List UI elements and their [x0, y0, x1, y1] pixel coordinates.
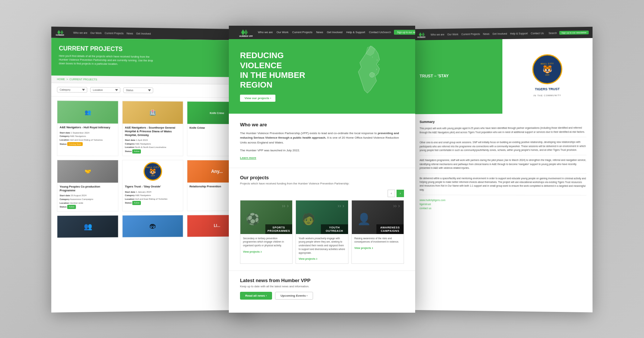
year-small: 1904 — [146, 174, 159, 177]
main-nav-work[interactable]: Our Work — [277, 31, 288, 34]
main-search-label[interactable]: Search — [383, 31, 391, 34]
bottom-images-row: 👥 🏟 LI... — [51, 215, 253, 238]
filter-bar: Category Location Status — [51, 83, 253, 98]
proj-card-sports[interactable]: ›› › ⚽ SPORTS PROGRAMMES Secondary or te… — [240, 200, 293, 264]
proj-card-img-awareness: ›› › 👤 AWARENESS CAMPAIGNS — [352, 200, 404, 234]
main-nav-involved[interactable]: Get Involved — [327, 31, 342, 34]
nav-our-work[interactable]: Our Work — [90, 31, 101, 34]
main-logo-area: HUMBER VPP — [234, 26, 258, 39]
proj-card-youth[interactable]: ›› › 🧑 YOUTH OUTREACH Youth workers proa… — [296, 200, 348, 264]
card-title-1: A&E Navigators - Hull Royal Infirmary — [60, 126, 116, 129]
svg-text:HUMBER: HUMBER — [417, 37, 426, 38]
hero-text-main: REDUCING VIOLENCE IN THE HUMBER REGION V… — [240, 51, 322, 102]
location-filter[interactable]: Location — [90, 87, 120, 93]
main-nav-who[interactable]: Who we are — [258, 31, 273, 34]
knife-crime-label: Knife Crime — [210, 111, 224, 114]
view-projects-btn[interactable]: View our projects › — [240, 95, 275, 102]
right-search-label[interactable]: Search — [549, 32, 557, 34]
tigers-trust-label: TIGERS TRUST IN THE COMMUNITY — [533, 87, 561, 98]
nav-news[interactable]: News — [127, 32, 133, 35]
proj-card-img-sports: ›› › ⚽ SPORTS PROGRAMMES — [240, 200, 292, 234]
nav-current-projects[interactable]: Current Projects — [105, 32, 124, 35]
right-divider-2 — [420, 155, 587, 156]
svg-text:›: › — [372, 55, 373, 59]
founded-year: 1904 — [541, 74, 554, 76]
link-contact[interactable]: contact us — [420, 206, 587, 211]
card-img-2: 🏥 — [123, 101, 183, 124]
project-card-2[interactable]: 🏥 A&E Navigators - Scunthorpe General Ho… — [122, 101, 183, 156]
status-badge-5: Active — [132, 201, 141, 205]
any-label: Any... — [211, 169, 222, 174]
card-meta-5: Start date 1 January 2024 Category A&E N… — [125, 190, 180, 205]
crowd-icon-1: 👥 — [84, 222, 92, 231]
breadcrumb-home[interactable]: HOME — [57, 78, 65, 80]
right-hero: TRUST – 'STAY HULL CITY 🐯 1904 TIGERS TR… — [414, 38, 593, 114]
bottom-img-1: 👥 — [57, 215, 118, 237]
green-arrows-youth: ›› › — [338, 202, 344, 209]
breadcrumb-separator: > — [66, 78, 68, 80]
right-nav-projects[interactable]: Current Projects — [461, 32, 480, 35]
right-divider-4 — [420, 195, 587, 196]
main-nav: HUMBER VPP Who we are Our Work Current P… — [229, 26, 415, 39]
main-nav-projects[interactable]: Current Projects — [292, 31, 312, 34]
youth-description: Youth workers proactively engage with yo… — [299, 237, 345, 255]
status-filter[interactable]: Status — [123, 87, 153, 93]
right-links: www.hullcitytigers.com tigerstrust conta… — [420, 198, 587, 211]
upcoming-events-btn[interactable]: Upcoming Events › — [275, 292, 313, 300]
latest-news-section: Latest news from Humber VPP Keep up to d… — [229, 271, 415, 306]
link-hull-city[interactable]: www.hullcitytigers.com — [420, 198, 587, 202]
bottom-card-1[interactable]: 👥 — [57, 215, 119, 238]
tigers-trust-logo: HULL CITY 🐯 1904 TIGERS TRUST IN THE COM… — [525, 53, 570, 99]
main-nav-news[interactable]: News — [316, 31, 323, 34]
card-meta-4: Start date 20 August 2024 Category Aware… — [60, 194, 116, 209]
read-all-news-btn[interactable]: Read all news › — [240, 292, 272, 300]
right-nav-help[interactable]: Help & Support — [510, 32, 528, 35]
our-projects-title: Our projects — [240, 175, 404, 180]
tiger-icon-small: 🐯 — [146, 168, 159, 174]
bottom-card-2[interactable]: 🏟 — [122, 215, 183, 238]
card-body-4: Young Peoples Co-production Programme St… — [57, 183, 118, 211]
category-filter[interactable]: Category — [57, 87, 87, 93]
nav-who-we-are[interactable]: Who we are — [73, 31, 88, 34]
prev-arrow[interactable]: ‹ — [388, 190, 395, 197]
newsletter-button[interactable]: Sign up to our newsletter — [394, 30, 415, 35]
project-card-5[interactable]: HULL CITY 🐯 1904 Tigers Trust - 'Stay On… — [122, 160, 183, 211]
right-nav-contact[interactable]: Contact Us — [531, 32, 544, 34]
main-nav-links: Who we are Our Work Current Projects New… — [258, 31, 383, 34]
sports-view-link[interactable]: View projects — [243, 250, 290, 254]
hospital-icon: 🏥 — [149, 110, 156, 116]
next-arrow[interactable]: › — [397, 190, 404, 197]
tigers-trust-name: TIGERS TRUST — [533, 87, 561, 91]
svg-text:HUMBER VPP: HUMBER VPP — [239, 35, 253, 37]
right-newsletter-btn[interactable]: Sign up to our newsletter — [559, 31, 588, 35]
arrow-deco-3: ›› › — [393, 203, 400, 209]
learn-more-link[interactable]: Learn more — [240, 156, 404, 159]
project-card-1[interactable]: 👥 A&E Navigators - Hull Royal Infirmary … — [57, 100, 119, 156]
status-badge-1: Coming Soon — [67, 142, 83, 146]
nav-links-left[interactable]: Who we are Our Work Current Projects New… — [73, 31, 151, 35]
main-nav-right: Search Sign up to our newsletter — [383, 30, 415, 35]
page-main: HUMBER VPP Who we are Our Work Current P… — [229, 26, 415, 313]
right-nav-involved[interactable]: Get Involved — [492, 32, 507, 35]
person-sports: ⚽ — [240, 200, 265, 234]
right-nav-news[interactable]: News — [483, 32, 489, 35]
hull-city-text-small: HULL CITY — [146, 166, 159, 168]
right-hero-text: TRUST – 'STAY — [414, 39, 502, 114]
awareness-view-link[interactable]: View projects — [354, 246, 401, 250]
right-hero-img: HULL CITY 🐯 1904 TIGERS TRUST IN THE COM… — [502, 38, 593, 114]
youth-view-link[interactable]: View projects — [299, 257, 345, 261]
sports-label: SPORTS PROGRAMMES — [265, 224, 293, 234]
right-nav-work[interactable]: Our Work — [447, 33, 458, 35]
nav-get-involved[interactable]: Get Involved — [136, 32, 151, 35]
right-hero-title: TRUST – 'STAY — [420, 73, 496, 79]
card-meta-1: Start date 1 September 2024 Category A&E… — [60, 131, 116, 146]
sports-description: Secondary or tertiary prevention program… — [243, 237, 290, 247]
right-divider-3 — [420, 173, 587, 173]
main-nav-help[interactable]: Help & Support — [346, 31, 365, 34]
proj-card-awareness[interactable]: ›› › 👤 AWARENESS CAMPAIGNS Raising aware… — [351, 200, 404, 264]
project-card-4[interactable]: 🤝 Young Peoples Co-production Programme … — [57, 160, 119, 212]
card-body-5: Tigers Trust - 'Stay Onside' Start date … — [123, 183, 183, 208]
page-current-projects: HUMBER Who we are Our Work Current Proje… — [51, 26, 253, 312]
main-nav-contact[interactable]: Contact Us — [369, 31, 383, 34]
right-nav-who[interactable]: Who we are — [430, 33, 444, 36]
